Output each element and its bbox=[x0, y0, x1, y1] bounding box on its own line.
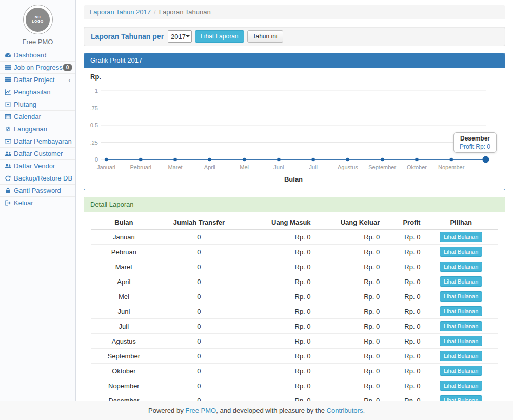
data-point[interactable] bbox=[208, 158, 211, 161]
tasks-icon bbox=[5, 64, 14, 71]
cell-bulan: Juni bbox=[91, 304, 156, 319]
tooltip-value: Profit Rp: 0 bbox=[460, 143, 490, 150]
data-point[interactable] bbox=[173, 158, 176, 161]
sidebar-item-label: Daftar Vendor bbox=[14, 162, 55, 170]
cell-bulan: Desember bbox=[91, 393, 156, 402]
lock-icon bbox=[5, 187, 14, 194]
table-row-agustus: Agustus0Rp. 0Rp. 0Rp. 0Lihat Bulanan bbox=[91, 334, 498, 349]
data-point[interactable] bbox=[346, 158, 349, 161]
app-window: NO LOGO Free PMO DashboardJob on Progres… bbox=[0, 0, 513, 401]
cell-bulan: Pebruari bbox=[91, 245, 156, 259]
table-header-row: BulanJumlah TransferUang MasukUang Kelua… bbox=[91, 216, 498, 229]
tooltip-title: Desember bbox=[460, 135, 490, 142]
retweet-icon bbox=[5, 126, 14, 132]
column-header-profit: Profit bbox=[384, 216, 424, 229]
lihat-bulanan-button[interactable]: Lihat Bulanan bbox=[440, 351, 482, 361]
column-header-uang-masuk: Uang Masuk bbox=[242, 216, 315, 229]
this-year-button[interactable]: Tahun ini bbox=[247, 30, 283, 43]
data-point[interactable] bbox=[243, 158, 246, 161]
x-tick-label: Juni bbox=[273, 164, 284, 170]
lihat-bulanan-button[interactable]: Lihat Bulanan bbox=[440, 247, 482, 257]
cell-pilihan: Lihat Bulanan bbox=[424, 349, 498, 364]
sidebar-item-piutang[interactable]: Piutang bbox=[0, 98, 75, 111]
data-point[interactable] bbox=[415, 158, 418, 161]
profit-chart-panel: Grafik Profit 2017 00.250.50.751Rp.Janua… bbox=[84, 53, 505, 190]
sidebar-item-dashboard[interactable]: Dashboard bbox=[0, 49, 75, 62]
cell-pilihan: Lihat Bulanan bbox=[424, 378, 498, 393]
sidebar-item-ganti-password[interactable]: Ganti Password bbox=[0, 185, 75, 197]
data-point[interactable] bbox=[139, 158, 142, 161]
cell-uang_masuk: Rp. 0 bbox=[242, 245, 315, 259]
data-point[interactable] bbox=[381, 158, 384, 161]
sidebar-item-backup-restore-db[interactable]: Backup/Restore DB bbox=[0, 172, 75, 185]
lihat-bulanan-button[interactable]: Lihat Bulanan bbox=[440, 395, 482, 401]
x-tick-label: Maret bbox=[168, 164, 182, 170]
logo-area: NO LOGO Free PMO bbox=[0, 0, 75, 49]
lihat-bulanan-button[interactable]: Lihat Bulanan bbox=[440, 366, 482, 376]
sidebar-item-keluar[interactable]: Keluar bbox=[0, 197, 75, 209]
data-point[interactable] bbox=[311, 158, 314, 161]
cell-uang_keluar: Rp. 0 bbox=[315, 229, 384, 245]
column-header-jumlah-transfer: Jumlah Transfer bbox=[156, 216, 242, 229]
x-tick-label: Juli bbox=[309, 164, 318, 170]
cell-uang_keluar: Rp. 0 bbox=[315, 274, 384, 289]
cell-uang_masuk: Rp. 0 bbox=[242, 229, 315, 245]
sidebar-item-daftar-project[interactable]: Daftar Project‹ bbox=[0, 74, 75, 86]
cell-profit: Rp. 0 bbox=[384, 304, 424, 319]
cell-jumlah_transfer: 0 bbox=[156, 349, 242, 364]
cell-pilihan: Lihat Bulanan bbox=[424, 259, 498, 274]
sidebar-item-job-on-progress[interactable]: Job on Progress0 bbox=[0, 62, 75, 74]
cell-jumlah_transfer: 0 bbox=[156, 393, 242, 402]
year-select[interactable]: 2017 bbox=[168, 30, 192, 43]
cell-profit: Rp. 0 bbox=[384, 319, 424, 334]
cell-pilihan: Lihat Bulanan bbox=[424, 245, 498, 259]
column-header-uang-keluar: Uang Keluar bbox=[315, 216, 384, 229]
sidebar-item-daftar-pembayaran[interactable]: Daftar Pembayaran bbox=[0, 135, 75, 148]
gear-logo-icon: NO LOGO bbox=[26, 8, 50, 32]
footer-contributors-link[interactable]: Contributors. bbox=[327, 407, 365, 414]
sidebar-item-label: Keluar bbox=[14, 199, 33, 207]
cell-jumlah_transfer: 0 bbox=[156, 259, 242, 274]
cell-jumlah_transfer: 0 bbox=[156, 378, 242, 393]
data-point[interactable] bbox=[277, 158, 280, 161]
data-point[interactable] bbox=[450, 158, 453, 161]
cell-jumlah_transfer: 0 bbox=[156, 229, 242, 245]
sidebar-item-label: Backup/Restore DB bbox=[14, 174, 72, 182]
sidebar-item-langganan[interactable]: Langganan bbox=[0, 123, 75, 135]
app-logo: NO LOGO bbox=[23, 5, 53, 34]
x-tick-label: Nopember bbox=[438, 164, 465, 170]
lihat-bulanan-button[interactable]: Lihat Bulanan bbox=[440, 336, 482, 346]
lihat-bulanan-button[interactable]: Lihat Bulanan bbox=[440, 381, 482, 391]
column-header-pilihan: Pilihan bbox=[424, 216, 498, 229]
sidebar-item-calendar[interactable]: Calendar bbox=[0, 111, 75, 123]
cell-profit: Rp. 0 bbox=[384, 289, 424, 304]
breadcrumb-link[interactable]: Laporan Tahun 2017 bbox=[90, 8, 151, 16]
lihat-bulanan-button[interactable]: Lihat Bulanan bbox=[440, 232, 482, 242]
table-row-pebruari: Pebruari0Rp. 0Rp. 0Rp. 0Lihat Bulanan bbox=[91, 245, 498, 259]
footer-app-link[interactable]: Free PMO bbox=[185, 407, 216, 414]
cell-uang_keluar: Rp. 0 bbox=[315, 304, 384, 319]
sidebar-item-penghasilan[interactable]: Penghasilan bbox=[0, 86, 75, 98]
data-point-highlighted[interactable] bbox=[483, 156, 489, 163]
sidebar-item-label: Langganan bbox=[14, 125, 47, 133]
sidebar-item-daftar-customer[interactable]: Daftar Customer bbox=[0, 148, 75, 160]
lihat-bulanan-button[interactable]: Lihat Bulanan bbox=[440, 262, 482, 272]
view-report-button[interactable]: Lihat Laporan bbox=[195, 30, 244, 43]
lihat-bulanan-button[interactable]: Lihat Bulanan bbox=[440, 306, 482, 316]
x-tick-label: September bbox=[368, 164, 396, 170]
lihat-bulanan-button[interactable]: Lihat Bulanan bbox=[440, 321, 482, 331]
money-icon bbox=[5, 138, 14, 145]
detail-table-container: BulanJumlah TransferUang MasukUang Kelua… bbox=[84, 212, 505, 401]
lihat-bulanan-button[interactable]: Lihat Bulanan bbox=[440, 291, 482, 302]
profit-line-chart[interactable]: 00.250.50.751Rp.JanuariPebruariMaretApri… bbox=[90, 72, 499, 186]
lihat-bulanan-button[interactable]: Lihat Bulanan bbox=[440, 276, 482, 287]
cell-bulan: September bbox=[91, 349, 156, 364]
table-row-oktober: Oktober0Rp. 0Rp. 0Rp. 0Lihat Bulanan bbox=[91, 364, 498, 378]
data-point[interactable] bbox=[105, 158, 108, 161]
y-tick-label: 0.25 bbox=[90, 139, 98, 146]
cell-pilihan: Lihat Bulanan bbox=[424, 319, 498, 334]
cell-bulan: Nopember bbox=[91, 378, 156, 393]
y-tick-label: 0.5 bbox=[90, 122, 98, 128]
detail-table: BulanJumlah TransferUang MasukUang Kelua… bbox=[91, 216, 498, 401]
sidebar-item-daftar-vendor[interactable]: Daftar Vendor bbox=[0, 160, 75, 172]
